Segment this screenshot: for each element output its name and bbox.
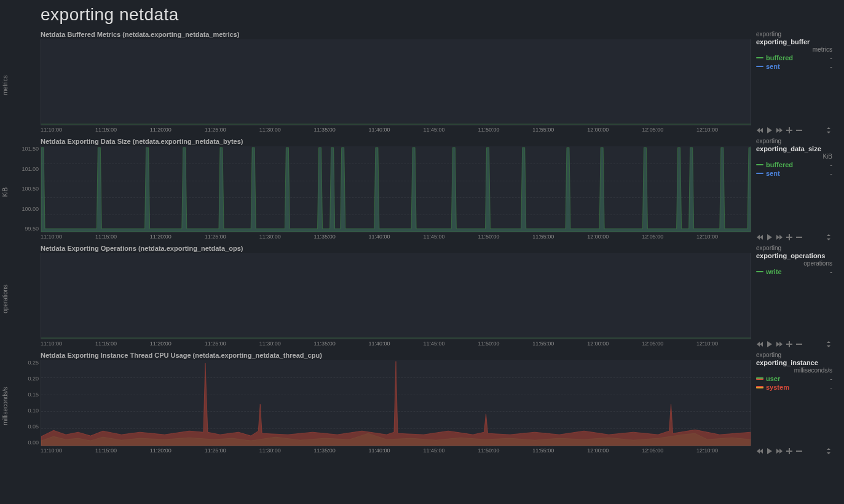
chart-sidebar: exporting exporting_buffer metrics buffe… [751,28,837,135]
legend-color-swatch [756,377,763,380]
side-units: operations [756,260,832,267]
side-context: exporting [756,138,832,144]
forward-icon[interactable] [776,447,783,455]
legend-color-swatch [756,57,763,58]
chart-sidebar: exporting exporting_instance millisecond… [751,349,837,456]
ylabel: KiB [2,187,9,197]
zoom-out-icon[interactable] [795,341,803,348]
chart-cpu: milliseconds/s Netdata Exporting Instanc… [0,349,844,456]
resize-icon[interactable] [825,447,832,455]
legend-color-swatch [756,164,763,165]
chart-controls [756,447,832,455]
plot-area[interactable]: 0.25 0.20 0.15 0.10 0.05 0.00 [41,360,751,446]
legend-item[interactable]: buffered- [756,54,832,61]
side-name: exporting_operations [756,252,832,259]
plot-area[interactable] [41,39,751,125]
chart-buffered-metrics: metrics Netdata Buffered Metrics (netdat… [0,28,844,135]
zoom-in-icon[interactable] [786,127,793,134]
x-axis: 11:10:0011:15:0011:20:0011:25:0011:30:00… [41,232,751,242]
plot-area[interactable] [41,253,751,339]
rewind-icon[interactable] [756,447,763,455]
play-icon[interactable] [766,341,773,348]
play-icon[interactable] [766,447,773,455]
legend-item[interactable]: buffered- [756,161,832,168]
chart-title: Netdata Exporting Operations (netdata.ex… [6,242,751,253]
svg-rect-2 [796,237,802,238]
legend-color-swatch [756,271,763,272]
svg-rect-4 [796,344,802,345]
legend-item[interactable]: system- [756,384,832,391]
side-name: exporting_buffer [756,38,832,45]
legend-item[interactable]: user- [756,375,832,382]
plot-area[interactable]: 101.50 101.00 100.50 100.00 99.50 [41,146,751,232]
zoom-in-icon[interactable] [786,447,793,455]
legend-color-swatch [756,173,763,174]
chart-controls [756,234,832,241]
side-units: milliseconds/s [756,367,832,374]
page-title: exporting netdata [0,0,844,28]
ylabel: metrics [2,75,9,95]
x-axis: 11:10:0011:15:0011:20:0011:25:0011:30:00… [41,339,751,349]
play-icon[interactable] [766,127,773,134]
forward-icon[interactable] [776,234,783,241]
zoom-out-icon[interactable] [795,447,803,455]
chart-controls [756,341,832,348]
side-units: metrics [756,46,832,53]
legend-item[interactable]: sent- [756,170,832,177]
side-context: exporting [756,31,832,37]
zoom-out-icon[interactable] [795,234,803,241]
chart-sidebar: exporting exporting_operations operation… [751,242,837,349]
chart-controls [756,127,832,134]
forward-icon[interactable] [776,127,783,134]
rewind-icon[interactable] [756,127,763,134]
zoom-in-icon[interactable] [786,234,793,241]
svg-rect-1 [796,130,802,131]
legend-item[interactable]: write- [756,268,832,275]
x-axis: 11:10:0011:15:0011:20:0011:25:0011:30:00… [41,446,751,456]
resize-icon[interactable] [825,234,832,241]
legend-color-swatch [756,66,763,67]
legend-item[interactable]: sent- [756,63,832,70]
chart-sidebar: exporting exporting_data_size KiB buffer… [751,135,837,242]
resize-icon[interactable] [825,341,832,348]
zoom-out-icon[interactable] [795,127,803,134]
svg-rect-5 [796,451,802,452]
ylabel: milliseconds/s [2,387,9,425]
chart-title: Netdata Exporting Instance Thread CPU Us… [6,349,751,360]
zoom-in-icon[interactable] [786,341,793,348]
forward-icon[interactable] [776,341,783,348]
ylabel: operations [2,285,9,313]
x-axis: 11:10:0011:15:0011:20:0011:25:0011:30:00… [41,125,751,135]
legend-color-swatch [756,386,763,388]
side-name: exporting_data_size [756,145,832,152]
y-ticks: 0.25 0.20 0.15 0.10 0.05 0.00 [14,360,39,446]
side-units: KiB [756,153,832,160]
play-icon[interactable] [766,234,773,241]
side-context: exporting [756,352,832,358]
rewind-icon[interactable] [756,234,763,241]
chart-title: Netdata Exporting Data Size (netdata.exp… [6,135,751,146]
chart-title: Netdata Buffered Metrics (netdata.export… [6,28,751,39]
side-context: exporting [756,245,832,251]
chart-ops: operations Netdata Exporting Operations … [0,242,844,349]
rewind-icon[interactable] [756,341,763,348]
side-name: exporting_instance [756,359,832,366]
chart-data-size: KiB Netdata Exporting Data Size (netdata… [0,135,844,242]
resize-icon[interactable] [825,127,832,134]
y-ticks: 101.50 101.00 100.50 100.00 99.50 [14,146,39,232]
